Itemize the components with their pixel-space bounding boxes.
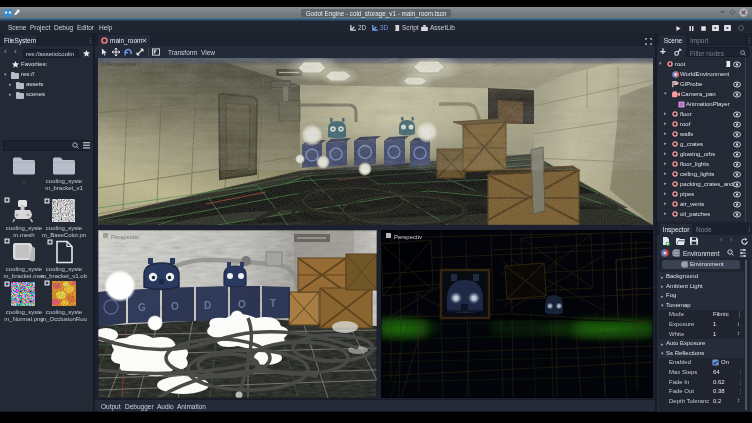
svg-text:G: G [138,302,146,313]
svg-text:D: D [204,300,211,311]
svg-text:Perspectiv: Perspectiv [111,234,139,240]
svg-text:O: O [171,301,179,312]
svg-text:[ Perspective ]: [ Perspective ] [102,61,140,67]
svg-text:O: O [238,299,246,310]
svg-text:Perspectiv: Perspectiv [394,234,422,240]
svg-text:T: T [270,298,276,309]
